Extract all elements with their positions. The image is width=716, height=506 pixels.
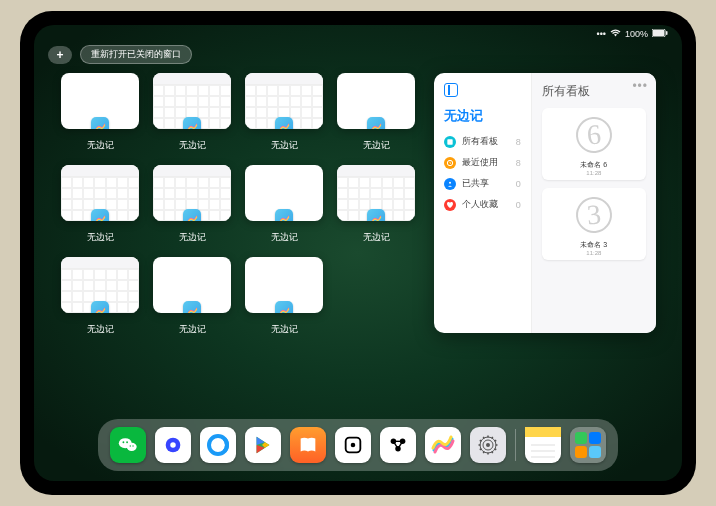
- status-bar: ••• 100%: [34, 25, 682, 43]
- sidebar-item-label: 所有看板: [462, 135, 498, 148]
- window-thumb[interactable]: 无边记: [336, 165, 416, 245]
- window-label: 无边记: [87, 231, 114, 244]
- freeform-app-icon: [183, 117, 201, 129]
- dock-app-play[interactable]: [245, 427, 281, 463]
- svg-point-5: [449, 181, 451, 183]
- window-label: 无边记: [271, 139, 298, 152]
- sidebar-item[interactable]: 所有看板8: [444, 131, 521, 152]
- window-label: 无边记: [271, 231, 298, 244]
- app-switcher-grid: 无边记无边记无边记无边记无边记无边记无边记无边记无边记无边记无边记: [60, 73, 416, 417]
- board-preview: 3: [546, 192, 642, 238]
- sidebar-item-label: 最近使用: [462, 156, 498, 169]
- window-thumb[interactable]: 无边记: [152, 257, 232, 337]
- reopen-label: 重新打开已关闭的窗口: [91, 49, 181, 59]
- freeform-app-icon: [183, 209, 201, 221]
- svg-point-10: [130, 445, 131, 446]
- dock-app-browser[interactable]: [200, 427, 236, 463]
- svg-point-17: [351, 443, 356, 448]
- svg-line-34: [483, 451, 484, 453]
- boards-wrap: 6 未命名 6 11:283 未命名 3 11:28: [542, 108, 646, 260]
- board-card[interactable]: 3 未命名 3 11:28: [542, 188, 646, 260]
- panel-right: ••• 所有看板 6 未命名 6 11:283 未命名 3 11:28: [532, 73, 656, 333]
- sidebar-toggle-icon[interactable]: [444, 83, 458, 97]
- svg-line-29: [494, 440, 496, 441]
- reopen-closed-window-button[interactable]: 重新打开已关闭的窗口: [80, 45, 192, 64]
- window-thumb[interactable]: 无边记: [152, 73, 232, 153]
- status-right: ••• 100%: [597, 29, 668, 39]
- sidebar-item-icon: [444, 136, 456, 148]
- window-thumb[interactable]: 无边记: [244, 165, 324, 245]
- freeform-app-icon: [91, 209, 109, 221]
- window-thumb[interactable]: 无边记: [244, 73, 324, 153]
- window-preview: [153, 165, 231, 221]
- window-preview: [153, 257, 231, 313]
- window-label: 无边记: [87, 323, 114, 336]
- sidebar-item[interactable]: 最近使用8: [444, 152, 521, 173]
- svg-rect-1: [653, 30, 664, 36]
- svg-rect-39: [525, 427, 561, 437]
- sidebar-item[interactable]: 已共享0: [444, 173, 521, 194]
- window-label: 无边记: [87, 139, 114, 152]
- window-preview: [61, 165, 139, 221]
- svg-rect-43: [575, 432, 587, 444]
- freeform-app-icon: [367, 117, 385, 129]
- window-thumb[interactable]: 无边记: [60, 73, 140, 153]
- dock-app-library[interactable]: [570, 427, 606, 463]
- freeform-app-icon: [275, 301, 293, 313]
- freeform-app-icon: [91, 117, 109, 129]
- window-label: 无边记: [179, 231, 206, 244]
- board-time: 11:28: [546, 170, 642, 176]
- window-thumb[interactable]: 无边记: [336, 73, 416, 153]
- freeform-app-icon: [275, 117, 293, 129]
- sidebar-item-icon: [444, 178, 456, 190]
- sidebar-item-label: 已共享: [462, 177, 489, 190]
- dock-app-dice[interactable]: [335, 427, 371, 463]
- board-card[interactable]: 6 未命名 6 11:28: [542, 108, 646, 180]
- more-icon[interactable]: •••: [632, 79, 648, 93]
- dock-divider: [515, 429, 516, 461]
- screen: ••• 100% + 重新打开已关闭的窗口 无边记无边记无边记无边记无边记无边记…: [34, 25, 682, 481]
- dock-app-freeform[interactable]: [425, 427, 461, 463]
- svg-point-7: [127, 443, 137, 451]
- freeform-app-icon: [91, 301, 109, 313]
- freeform-app-icon: [367, 209, 385, 221]
- window-thumb[interactable]: 无边记: [60, 257, 140, 337]
- window-preview: [61, 257, 139, 313]
- window-label: 无边记: [179, 323, 206, 336]
- window-label: 无边记: [363, 139, 390, 152]
- svg-line-37: [480, 440, 482, 441]
- sidebar-item[interactable]: 个人收藏0: [444, 194, 521, 215]
- sidebar-item-icon: [444, 199, 456, 211]
- sidebar-item-count: 8: [516, 158, 521, 168]
- dock-app-notes[interactable]: [525, 427, 561, 463]
- content-area: 无边记无边记无边记无边记无边记无边记无边记无边记无边记无边记无边记 无边记 所有…: [60, 73, 656, 417]
- dock-app-camera[interactable]: [380, 427, 416, 463]
- svg-line-31: [494, 449, 496, 450]
- dock-app-settings[interactable]: [470, 427, 506, 463]
- svg-rect-2: [666, 31, 668, 35]
- window-thumb[interactable]: 无边记: [152, 165, 232, 245]
- dock-app-wechat[interactable]: [110, 427, 146, 463]
- window-preview: [153, 73, 231, 129]
- dock-app-quark[interactable]: [155, 427, 191, 463]
- ipad-frame: ••• 100% + 重新打开已关闭的窗口 无边记无边记无边记无边记无边记无边记…: [20, 11, 696, 495]
- window-thumb[interactable]: 无边记: [244, 257, 324, 337]
- add-window-button[interactable]: +: [48, 46, 72, 64]
- board-time: 11:28: [546, 250, 642, 256]
- window-thumb[interactable]: 无边记: [60, 165, 140, 245]
- svg-line-28: [492, 437, 493, 439]
- svg-rect-44: [589, 432, 601, 444]
- window-preview: [337, 73, 415, 129]
- battery-pct: 100%: [625, 29, 648, 39]
- svg-line-32: [492, 451, 493, 453]
- window-preview: [245, 257, 323, 313]
- window-preview: [61, 73, 139, 129]
- window-label: 无边记: [363, 231, 390, 244]
- preview-window[interactable]: 无边记 所有看板8最近使用8已共享0个人收藏0 ••• 所有看板 6 未命名 6…: [434, 73, 656, 333]
- dock-app-books[interactable]: [290, 427, 326, 463]
- svg-rect-3: [447, 139, 452, 144]
- wifi-icon: [610, 29, 621, 39]
- sidebar-item-count: 8: [516, 137, 521, 147]
- sidebar-item-label: 个人收藏: [462, 198, 498, 211]
- sidebar-item-count: 0: [516, 200, 521, 210]
